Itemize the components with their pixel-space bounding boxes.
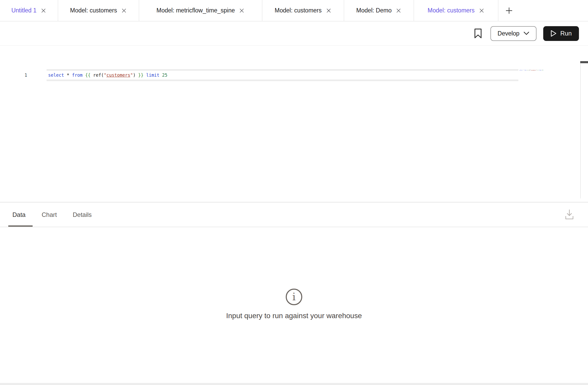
tab-data-label: Data <box>12 211 26 218</box>
run-button-label: Run <box>560 30 572 37</box>
code-token: }} <box>138 73 146 78</box>
code-token: 25 <box>162 73 167 78</box>
tab-bar: Untitled 1 Model: customers Model: metri… <box>0 0 588 22</box>
play-icon <box>550 30 557 37</box>
active-line-top-border <box>47 69 518 71</box>
code-token: customers <box>106 73 130 78</box>
download-icon <box>565 209 574 220</box>
code-token: {{ <box>85 73 93 78</box>
minimap-code-line: select * from {{ ref("customers") }} lim… <box>519 69 525 71</box>
close-icon[interactable] <box>396 8 401 13</box>
tab-model-demo[interactable]: Model: Demo <box>344 0 414 21</box>
close-icon[interactable] <box>239 8 245 13</box>
bookmark-icon <box>474 28 482 38</box>
code-token: ref( <box>93 73 104 78</box>
editor-toolbar: Develop Run <box>0 22 588 46</box>
close-icon[interactable] <box>121 8 127 13</box>
tab-label: Model: customers <box>275 7 322 14</box>
tab-details-label: Details <box>73 211 92 218</box>
tab-untitled-1[interactable]: Untitled 1 <box>0 0 58 21</box>
tab-details[interactable]: Details <box>73 203 92 227</box>
sql-editor[interactable]: 1 select * from {{ ref("customers") }} l… <box>0 46 588 202</box>
close-icon[interactable] <box>41 8 46 13</box>
info-icon-glyph: i <box>292 291 296 302</box>
tab-label: Model: customers <box>70 7 117 14</box>
code-token: " <box>104 73 106 78</box>
tab-model-customers-2[interactable]: Model: customers <box>262 0 344 21</box>
run-button[interactable]: Run <box>543 26 579 41</box>
close-icon[interactable] <box>479 8 484 13</box>
results-empty-state: i Input query to run against your wareho… <box>0 227 588 383</box>
tab-label: Model: customers <box>428 7 475 14</box>
info-icon: i <box>286 289 302 305</box>
results-tab-bar: Data Chart Details <box>0 203 588 227</box>
dbt-ide-window: Untitled 1 Model: customers Model: metri… <box>0 0 588 385</box>
close-icon[interactable] <box>326 8 332 13</box>
empty-state-message: Input query to run against your warehous… <box>0 312 588 320</box>
tab-model-customers-3[interactable]: Model: customers <box>414 0 498 21</box>
active-tab-indicator <box>8 225 33 227</box>
line-number: 1 <box>13 71 27 79</box>
code-token: ) <box>133 73 138 78</box>
tab-model-customers-1[interactable]: Model: customers <box>58 0 139 21</box>
code-token: from <box>72 73 85 78</box>
code-token: " <box>130 73 133 78</box>
tab-data[interactable]: Data <box>12 203 26 227</box>
editor-minimap[interactable]: select * from {{ ref("customers") }} lim… <box>519 69 545 73</box>
tab-chart-label: Chart <box>42 211 57 218</box>
tab-chart[interactable]: Chart <box>42 203 57 227</box>
window-bottom-edge <box>0 383 588 385</box>
code-line[interactable]: select * from {{ ref("customers") }} lim… <box>48 71 167 79</box>
tab-label: Model: Demo <box>356 7 392 14</box>
develop-button-label: Develop <box>498 30 519 37</box>
develop-button[interactable]: Develop <box>490 26 536 41</box>
chevron-down-icon <box>524 32 529 35</box>
code-token: * <box>67 73 72 78</box>
active-line-bottom-border <box>47 80 518 81</box>
tab-label: Untitled 1 <box>11 7 36 14</box>
new-tab-button[interactable] <box>498 0 520 21</box>
code-token: limit <box>146 73 162 78</box>
bookmark-button[interactable] <box>474 28 482 38</box>
editor-scrollbar-thumb[interactable] <box>580 61 588 63</box>
download-results-button[interactable] <box>564 207 575 222</box>
tab-model-metricflow-time-spine[interactable]: Model: metricflow_time_spine <box>139 0 262 21</box>
code-token: select <box>48 73 67 78</box>
editor-scrollbar-track <box>580 61 581 198</box>
tab-label: Model: metricflow_time_spine <box>157 7 235 14</box>
plus-icon <box>505 7 513 15</box>
